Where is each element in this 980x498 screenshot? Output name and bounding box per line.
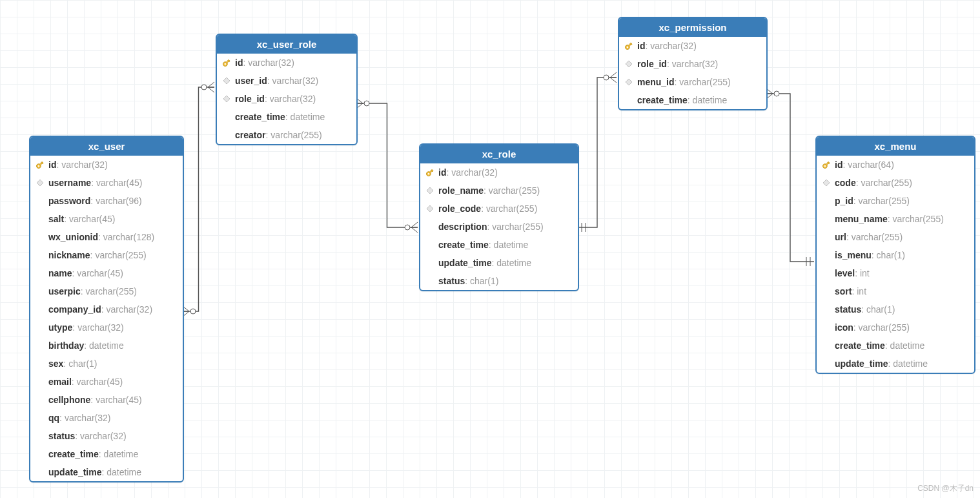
column-row: status: char(1) — [420, 272, 578, 290]
key-icon — [34, 160, 46, 170]
diamond-icon — [623, 78, 635, 86]
key-icon — [623, 41, 635, 51]
entity-xc_user_role[interactable]: xc_user_roleid: varchar(32)user_id: varc… — [216, 34, 358, 145]
column-type: varchar(32) — [672, 57, 719, 70]
column-name: status — [48, 430, 75, 442]
column-type: datetime — [890, 339, 925, 352]
column-type: varchar(255) — [486, 202, 537, 215]
entity-title: xc_user — [30, 137, 183, 156]
column-row: p_id: varchar(255) — [817, 192, 974, 210]
diamond-icon — [34, 179, 46, 187]
column-name: update_time — [835, 357, 888, 370]
diamond-icon — [623, 60, 635, 68]
column-name: level — [835, 267, 855, 280]
column-name: description — [438, 220, 487, 233]
column-name: id — [637, 39, 645, 52]
column-row: url: varchar(255) — [817, 228, 974, 246]
column-type: varchar(255) — [892, 213, 943, 225]
column-row: update_time: datetime — [817, 355, 974, 373]
column-row: role_id: varchar(32) — [619, 55, 766, 73]
key-icon — [221, 57, 232, 68]
column-name: wx_unionid — [48, 231, 98, 244]
column-row: id: varchar(32) — [30, 156, 183, 174]
column-name: id — [438, 166, 446, 179]
column-row: username: varchar(45) — [30, 174, 183, 192]
column-name: cellphone — [48, 393, 90, 406]
column-type: varchar(45) — [96, 393, 142, 406]
column-name: role_code — [438, 202, 481, 215]
column-name: create_time — [835, 339, 885, 352]
svg-marker-43 — [427, 187, 433, 194]
column-name: username — [48, 176, 91, 189]
svg-marker-44 — [427, 205, 433, 212]
key-icon — [821, 160, 832, 170]
column-row: role_name: varchar(255) — [420, 182, 578, 200]
column-name: sort — [835, 285, 852, 298]
column-name: company_id — [48, 303, 101, 316]
column-type: varchar(255) — [489, 184, 540, 197]
column-name: status — [438, 275, 465, 287]
column-row: status: char(1) — [817, 300, 974, 318]
column-type: varchar(255) — [852, 231, 903, 244]
column-row: code: varchar(255) — [817, 174, 974, 192]
column-row: qq: varchar(32) — [30, 409, 183, 427]
column-type: datetime — [291, 110, 325, 123]
column-type: datetime — [496, 256, 531, 269]
column-type: varchar(32) — [61, 158, 108, 171]
column-row: menu_name: varchar(255) — [817, 210, 974, 228]
column-name: role_name — [438, 184, 484, 197]
column-type: varchar(255) — [861, 176, 912, 189]
column-name: create_time — [637, 94, 688, 107]
column-row: description: varchar(255) — [420, 218, 578, 236]
diamond-icon — [424, 187, 436, 194]
column-row: wx_unionid: varchar(128) — [30, 228, 183, 246]
column-name: role_id — [637, 57, 667, 70]
column-row: creator: varchar(255) — [217, 126, 356, 144]
entity-xc_permission[interactable]: xc_permissionid: varchar(32)role_id: var… — [618, 17, 768, 110]
svg-marker-37 — [223, 78, 230, 84]
column-name: update_time — [438, 256, 491, 269]
column-type: varchar(255) — [95, 249, 146, 262]
column-row: email: varchar(45) — [30, 373, 183, 391]
svg-marker-55 — [823, 180, 830, 186]
column-row: salt: varchar(45) — [30, 210, 183, 228]
column-row: cellphone: varchar(45) — [30, 391, 183, 409]
column-type: int — [857, 285, 866, 298]
column-type: datetime — [107, 466, 141, 479]
column-row: role_id: varchar(32) — [217, 90, 356, 108]
column-type: varchar(32) — [650, 39, 697, 52]
column-row: status: varchar(32) — [30, 427, 183, 445]
column-type: varchar(255) — [859, 194, 910, 207]
entity-xc_user[interactable]: xc_userid: varchar(32)username: varchar(… — [29, 136, 184, 482]
diamond-icon — [424, 205, 436, 213]
column-type: datetime — [494, 238, 529, 251]
key-icon — [424, 167, 436, 178]
column-type: datetime — [893, 357, 928, 370]
column-row: menu_id: varchar(255) — [619, 73, 766, 91]
column-row: is_menu: char(1) — [817, 246, 974, 264]
column-name: salt — [48, 213, 64, 225]
column-type: char(1) — [877, 249, 905, 262]
column-name: name — [48, 267, 72, 280]
entity-title: xc_menu — [817, 137, 974, 156]
column-name: create_time — [438, 238, 489, 251]
column-row: create_time: datetime — [217, 108, 356, 126]
column-type: varchar(32) — [80, 430, 127, 442]
column-type: varchar(255) — [271, 129, 322, 141]
column-name: qq — [48, 411, 59, 424]
column-type: varchar(255) — [679, 76, 730, 88]
column-name: url — [835, 231, 846, 244]
column-row: id: varchar(64) — [817, 156, 974, 174]
column-row: password: varchar(96) — [30, 192, 183, 210]
column-type: varchar(32) — [65, 411, 111, 424]
column-name: status — [835, 303, 861, 316]
column-name: role_id — [235, 92, 265, 105]
column-name: p_id — [835, 194, 853, 207]
entity-xc_role[interactable]: xc_roleid: varchar(32)role_name: varchar… — [419, 143, 579, 291]
column-type: varchar(128) — [103, 231, 154, 244]
column-row: level: int — [817, 264, 974, 282]
entity-xc_menu[interactable]: xc_menuid: varchar(64)code: varchar(255)… — [815, 136, 975, 374]
column-row: userpic: varchar(255) — [30, 282, 183, 300]
column-name: create_time — [48, 448, 99, 461]
column-type: varchar(96) — [96, 194, 142, 207]
